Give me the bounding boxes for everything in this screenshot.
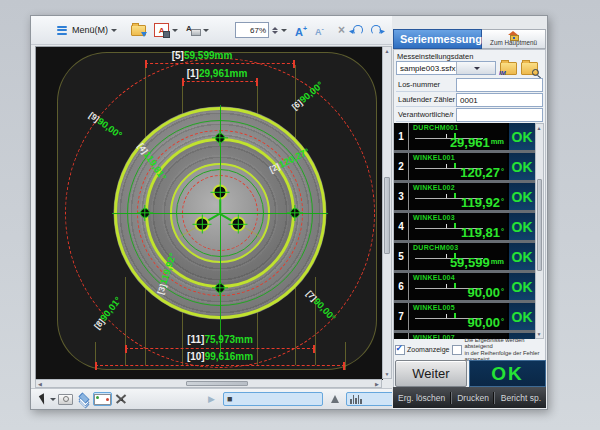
camera-tool-button[interactable] [57,390,74,409]
chevron-down-icon [111,29,117,32]
result-value-line: 119,81° [461,225,504,239]
result-value-line: 29,961mm [450,135,504,149]
dimension-label-11: [11]75,973mm [187,334,253,345]
vertical-scrollbar-thumb[interactable] [384,177,390,254]
fit-screen-button[interactable] [325,390,344,409]
clear-results-button[interactable]: Erg. löschen [398,393,445,403]
font-decrease-icon: A- [315,23,324,38]
menu-button[interactable]: Menü(M) [55,19,119,41]
result-unit: ° [501,227,504,236]
results-scrollbar-thumb[interactable] [537,179,542,271]
zoom-value: 67% [235,22,269,38]
measurement-viewer[interactable]: [5]59,599mm [1]29,961mm [11]75,973mm [10… [35,46,383,380]
results-list[interactable]: 1 DURCHM001 29,961mm OK 2 WINKEL001 120,… [394,123,535,339]
folder-search-button[interactable] [521,62,538,75]
results-scrollbar[interactable]: ▲ ▼ [535,123,544,339]
result-unit: mm [491,257,504,266]
result-main: WINKEL001 120,27° [409,153,507,180]
result-row[interactable]: 6 WINKEL004 90,00° OK [394,273,535,303]
cursor-tool-button[interactable] [40,390,48,409]
image-view-button[interactable] [93,392,112,406]
chevron-down-icon [281,29,287,32]
delete-button[interactable]: × [336,19,347,41]
extension-line [345,342,346,370]
dimension-label-10: [10]99,616mm [187,351,253,362]
select-arrow-icon[interactable] [456,62,495,74]
caliper-icon [115,393,127,405]
result-row[interactable]: 4 WINKEL003 119,81° OK [394,213,535,243]
result-main: WINKEL004 90,00° [409,273,507,300]
play-icon: ▶ [208,394,215,404]
label-save-icon: A [154,23,169,37]
point-marker [290,208,300,218]
font-increase-button[interactable]: A+ [293,19,309,41]
vertical-scrollbar[interactable]: ▲ ▼ [382,46,392,379]
font-decrease-button[interactable]: A- [313,19,326,41]
horizontal-scrollbar-thumb[interactable] [186,381,248,386]
chevron-down-icon [203,29,209,32]
sort-note: Die Ergebnisse werden absteigend in der … [464,337,544,362]
sort-descending-checkbox[interactable] [452,345,462,355]
zoom-level-select[interactable]: 67% [233,19,289,41]
result-row[interactable]: 3 WINKEL002 119,92° OK [394,183,535,213]
dimension-line-1 [182,81,258,82]
result-name: WINKEL002 [413,184,455,191]
measure-tool-button[interactable] [114,390,128,409]
layers-icon [77,393,90,405]
main-toolbar: Menü(M) A A 67% A+ A- × [31,16,392,45]
result-row[interactable]: 2 WINKEL001 120,27° OK [394,153,535,183]
play-button[interactable]: ▶ [202,390,221,409]
responsible-label: Verantwortliche/r [396,108,456,122]
undo-icon [353,25,363,35]
weiter-button[interactable]: Weiter [395,360,467,387]
undo-button[interactable] [351,19,365,41]
dimension-line-5 [145,63,295,64]
image-icon [94,394,111,405]
stop-button[interactable]: ■ [223,392,323,406]
result-main: DURCHM003 59,599mm [409,243,507,270]
settings-file-value: sample003.ssfx [397,64,456,73]
status-badge: OK [507,213,535,240]
result-value: 119,81 [461,225,500,240]
viewer-toolbar: ▶ ■ [31,388,392,409]
result-name: WINKEL007 [413,334,455,339]
status-badge: OK [507,303,535,330]
result-index: 2 [394,153,409,180]
settings-file-select[interactable]: sample003.ssfx [396,61,496,75]
print-label-button[interactable]: A [184,19,211,41]
open-image-button[interactable] [129,19,148,41]
result-row[interactable]: 7 WINKEL005 90,00° OK [394,303,535,333]
delete-icon: × [338,24,345,36]
horizontal-scrollbar[interactable]: ◀ ▶ [35,379,382,388]
result-index: 5 [394,243,409,270]
result-value-line: 90,00° [467,285,504,299]
save-label-button[interactable]: A [152,19,180,41]
cursor-icon [39,393,49,405]
save-report-button[interactable]: Bericht sp. [501,393,541,403]
chevron-down-icon [50,398,56,401]
running-counter-input[interactable]: 0001 [456,93,543,107]
folder-im-button[interactable]: IM [500,62,517,75]
main-menu-button[interactable]: Zum Hauptmenü [482,29,546,49]
layers-tool-button[interactable] [76,390,91,409]
responsible-input[interactable] [456,108,543,122]
redo-button[interactable] [369,19,383,41]
result-value: 119,92 [461,195,500,210]
result-row[interactable]: 1 DURCHM001 29,961mm OK [394,123,535,153]
dimension-line-11 [125,348,315,349]
result-main: WINKEL002 119,92° [409,183,507,210]
zoom-display-checkbox[interactable] [395,345,405,355]
result-index: 4 [394,213,409,240]
lot-number-input[interactable] [456,78,543,92]
result-value-line: 119,92° [461,195,504,209]
zoom-spinner[interactable] [272,27,278,34]
point-marker [215,133,225,143]
print-button[interactable]: Drucken [457,393,489,403]
result-name: WINKEL001 [413,154,455,161]
result-value: 29,961 [450,135,490,150]
ok-button[interactable]: OK [469,360,546,387]
settings-data-label: Messeinstellungsdaten [397,52,473,61]
zoom-display-label: Zoomanzeige [407,346,449,353]
result-row[interactable]: 5 DURCHM003 59,599mm OK [394,243,535,273]
result-index: 7 [394,303,409,330]
